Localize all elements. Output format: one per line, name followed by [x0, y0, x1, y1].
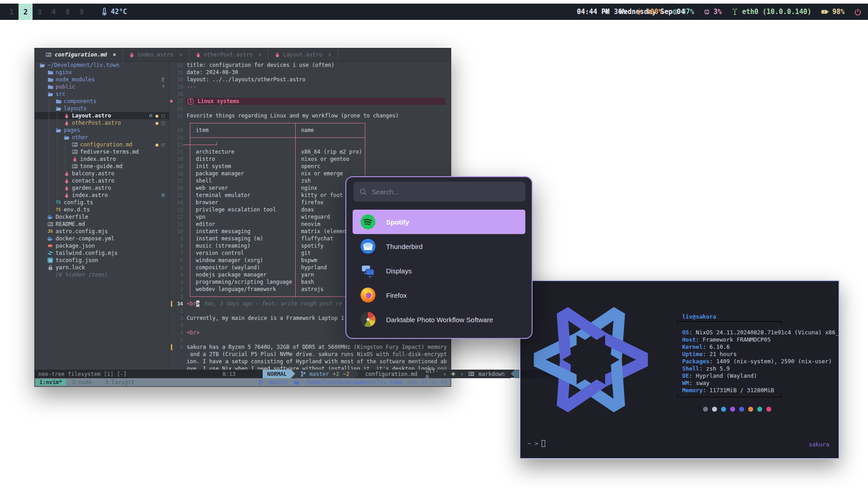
- tree-item-contact.astro[interactable]: contact.astro: [35, 177, 169, 184]
- launcher-item-label: Thunderbird: [386, 243, 423, 250]
- tree-item-index.astro[interactable]: index.astro: [35, 155, 169, 163]
- workspace-2[interactable]: 2: [19, 4, 33, 20]
- tree-item-tsconfig.json[interactable]: TStsconfig.json: [35, 257, 169, 264]
- line-number: 22: [173, 142, 183, 148]
- tab-configuration.md[interactable]: configuration.md ×: [39, 48, 123, 61]
- tmux-window-1:nvim*[interactable]: 1:nvim*: [36, 379, 66, 385]
- buffer-line: and a 2TB (Crucial P5 Plus) NVMe drive. …: [170, 351, 451, 358]
- launcher-item-darktable-photo-workflow-software[interactable]: Darktable Photo Workflow Software: [353, 307, 525, 332]
- tree-item-src[interactable]: src: [35, 90, 169, 98]
- line-number: 2: [173, 286, 183, 292]
- tree-item-docker-compose.yml[interactable]: docker-compose.yml: [35, 235, 169, 242]
- tab-index.astro[interactable]: index.astro ×: [123, 48, 189, 61]
- tab-Layout.astro[interactable]: Layout.astro ×: [269, 48, 338, 61]
- tree-item-label: index.astro: [80, 156, 116, 162]
- tree-item-garden.astro[interactable]: garden.astro: [35, 184, 169, 192]
- tree-item-env.d.ts[interactable]: TSenv.d.ts: [35, 206, 169, 213]
- line-number: 32: [173, 62, 183, 68]
- power-button[interactable]: [854, 8, 862, 16]
- workspace-1[interactable]: 1: [5, 4, 19, 20]
- tree-item-fediverse-terms.md[interactable]: fediverse-terms.md: [35, 148, 169, 155]
- markdown-icon: [71, 164, 78, 169]
- tree-item-label: public: [56, 84, 75, 90]
- workspace-9[interactable]: 9: [75, 4, 89, 20]
- close-icon[interactable]: ×: [328, 52, 331, 58]
- astro-icon: [63, 185, 70, 191]
- launcher-item-label: Firefox: [386, 291, 407, 299]
- tmux-window-2:node-[interactable]: 2:node-: [69, 379, 99, 385]
- sun-icon: [636, 8, 643, 15]
- thunderbird-icon: [360, 238, 376, 254]
- launcher-item-spotify[interactable]: Spotify: [353, 210, 525, 234]
- workspace-8[interactable]: 8: [61, 4, 75, 20]
- tab-otherPost.astro[interactable]: otherPost.astro ×: [189, 48, 269, 61]
- tree-item-other[interactable]: other: [35, 134, 169, 141]
- cursor-block: >: [196, 300, 199, 307]
- tmux-statusbar: 1:nvim*2:node-3:lazygit master /home/liv…: [35, 378, 451, 386]
- antenna-icon: [731, 9, 739, 15]
- tree-item--Development-liv.town[interactable]: ~/Development/liv.town: [35, 61, 169, 69]
- tree-item-layouts[interactable]: layouts: [35, 105, 169, 112]
- brightness-stat: 100%: [636, 8, 662, 16]
- close-icon[interactable]: ×: [113, 52, 116, 58]
- palette-dot: [766, 407, 771, 412]
- line-number: 6: [173, 258, 183, 263]
- tree-item-label: (6 hidden items): [56, 272, 108, 278]
- tree-item-Dockerfile[interactable]: Dockerfile: [35, 213, 169, 221]
- volume-stat: 36%: [604, 8, 626, 16]
- firefox-icon: [360, 287, 376, 303]
- tree-item-otherPost.astro[interactable]: otherPost.astro●□: [35, 119, 169, 127]
- launcher-item-displays[interactable]: Displays: [353, 258, 525, 283]
- tree-item-node-modules[interactable]: node_modulesE: [35, 76, 169, 83]
- line-number: 28: [173, 91, 183, 97]
- tree-item-index.astro[interactable]: index.astroH: [35, 192, 169, 199]
- close-icon[interactable]: ×: [259, 52, 262, 58]
- tree-item--6-hidden-items-[interactable]: (6 hidden items): [35, 271, 169, 278]
- launcher-item-thunderbird[interactable]: Thunderbird: [353, 234, 525, 258]
- tree-item-Layout.astro[interactable]: Layout.astroH●□: [35, 112, 169, 119]
- tmux-path: /home/liv/Development/liv.town: [305, 379, 403, 385]
- shell-prompt[interactable]: ~ >: [528, 440, 545, 447]
- launcher-search-input[interactable]: Search...: [354, 182, 525, 202]
- launcher-item-firefox[interactable]: Firefox: [353, 283, 525, 307]
- vim-mode-indicator: NORMAL: [263, 370, 291, 378]
- fetch-user-host: liv@sakura: [682, 313, 716, 320]
- line-number: 34: [173, 301, 183, 307]
- fetch-field-uptime: Uptime: 21 hours: [682, 351, 842, 358]
- line-number: 14: [173, 200, 183, 206]
- tree-item-badges: ●□: [156, 142, 169, 148]
- tree-item-yarn.lock[interactable]: yarn.lock: [35, 264, 169, 271]
- line-number: 10: [173, 229, 183, 235]
- tree-item-balcony.astro[interactable]: balcony.astro: [35, 170, 169, 177]
- tmux-window-3:lazygit[interactable]: 3:lazygit: [101, 379, 138, 385]
- tree-item-config.ts[interactable]: TSconfig.ts: [35, 199, 169, 206]
- line-number: 30: [173, 77, 183, 83]
- npm-icon: [47, 243, 54, 249]
- workspace-4[interactable]: 4: [47, 4, 61, 20]
- fetch-terminal-window[interactable]: liv@sakura OS: NixOS 24.11.20240828.71e9…: [519, 280, 840, 459]
- tree-item-components[interactable]: components: [35, 98, 169, 105]
- tree-item-label: astro.config.mjs: [56, 228, 108, 235]
- line-number: 3: [173, 279, 183, 285]
- neotree-file-explorer[interactable]: ~/Development/liv.townnginxnode_modulesE…: [35, 61, 170, 370]
- tree-item-README.md[interactable]: README.md: [35, 221, 169, 228]
- line-number: 5: [173, 265, 183, 271]
- tree-item-tailwind.config.mjs[interactable]: tailwind.config.mjs: [35, 249, 169, 257]
- tree-item-nginx[interactable]: nginx: [35, 69, 169, 76]
- tree-item-package.json[interactable]: package.json: [35, 242, 169, 249]
- darktable-icon: [360, 311, 376, 328]
- close-icon[interactable]: ×: [179, 52, 182, 58]
- tree-item-label: garden.astro: [72, 185, 111, 191]
- workspace-3[interactable]: 3: [33, 4, 47, 20]
- tree-item-pages[interactable]: pages: [35, 127, 169, 134]
- tree-item-configuration.md[interactable]: configuration.md●□: [35, 141, 169, 148]
- thermometer-icon: [101, 8, 108, 16]
- tree-item-label: env.d.ts: [64, 206, 90, 213]
- astro-icon: [63, 192, 70, 198]
- tree-item-public[interactable]: public?: [35, 83, 169, 90]
- tree-item-astro.config.mjs[interactable]: JSastro.config.mjs: [35, 228, 169, 235]
- tree-item-tone-guide.md[interactable]: tone-guide.md: [35, 163, 169, 170]
- search-icon: [359, 188, 367, 196]
- git-branch-icon: [301, 371, 306, 377]
- buffer-line: ove. I use Nix when I need software with…: [170, 365, 451, 370]
